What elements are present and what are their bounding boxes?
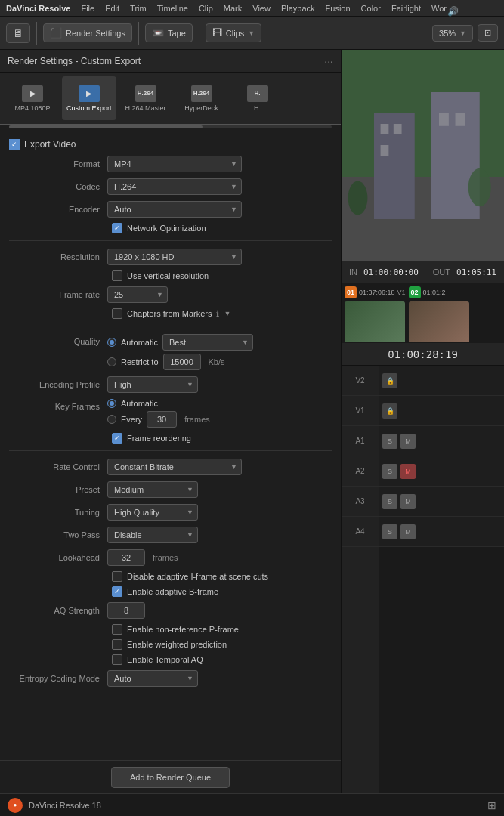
menu-item-wor[interactable]: Wor bbox=[431, 4, 447, 13]
clip-thumbnails-bar: 01 01:37:06:18 V1 H.264 High L4.2 02 bbox=[342, 283, 504, 343]
key-frames-auto-radio[interactable] bbox=[107, 399, 116, 408]
a2-s-btn[interactable]: S bbox=[382, 464, 397, 479]
menu-item-davinci[interactable]: DaVinci Resolve bbox=[6, 4, 70, 13]
zoom-fit-btn[interactable]: ⊡ bbox=[478, 24, 498, 42]
enable-adaptive-bframe-checkbox[interactable] bbox=[112, 586, 122, 597]
menu-item-playback[interactable]: Playback bbox=[281, 4, 315, 13]
a1-s-btn[interactable]: S bbox=[382, 434, 397, 449]
tab-label-mp4: MP4 1080P bbox=[14, 104, 50, 112]
quality-auto-radio[interactable] bbox=[107, 338, 116, 347]
tab-icon-hyper: H.264 bbox=[191, 85, 212, 102]
aq-strength-input[interactable]: 8 bbox=[107, 602, 145, 619]
two-pass-select[interactable]: Disable bbox=[107, 527, 198, 543]
format-select-wrap: MP4 ▼ bbox=[107, 156, 242, 172]
frame-rate-select[interactable]: 25 bbox=[107, 286, 168, 303]
quality-kb-input[interactable]: 15000 bbox=[163, 354, 201, 370]
clips-btn[interactable]: 🎞 Clips ▼ bbox=[206, 23, 261, 42]
resolution-select[interactable]: 1920 x 1080 HD bbox=[107, 249, 242, 265]
tab-h264-master[interactable]: H.264 H.264 Master bbox=[119, 76, 172, 120]
a1-m-btn[interactable]: M bbox=[400, 434, 416, 449]
weighted-prediction-label: Enable weighted prediction bbox=[127, 640, 227, 649]
v2-lock-btn[interactable]: 🔒 bbox=[382, 373, 397, 388]
clip-1-timecode: 01:37:06:18 bbox=[359, 289, 395, 296]
divider-2 bbox=[9, 326, 332, 326]
a4-m-btn[interactable]: M bbox=[400, 524, 416, 539]
quality-control: Automatic Best ▼ Restrict to 15000 bbox=[107, 334, 332, 370]
a4-s-btn[interactable]: S bbox=[382, 524, 397, 539]
weighted-prediction-checkbox[interactable] bbox=[112, 639, 122, 650]
lookahead-label: Lookahead bbox=[9, 553, 107, 562]
a2-m-btn[interactable]: M bbox=[400, 464, 416, 479]
menu-item-trim[interactable]: Trim bbox=[130, 4, 147, 13]
menu-item-color[interactable]: Color bbox=[361, 4, 381, 13]
export-video-checkbox[interactable] bbox=[9, 139, 20, 150]
chapters-checkbox[interactable] bbox=[112, 308, 122, 319]
tuning-control: High Quality ▼ bbox=[107, 504, 332, 521]
network-opt-checkbox[interactable] bbox=[112, 223, 122, 233]
track-row-a1: S M bbox=[379, 426, 504, 456]
a3-m-btn[interactable]: M bbox=[400, 494, 416, 509]
preset-label: Preset bbox=[9, 485, 107, 494]
key-frames-every-row: Every 30 frames bbox=[107, 411, 332, 428]
tuning-select[interactable]: High Quality bbox=[107, 504, 198, 521]
clip-thumb-2[interactable]: H.264 High L bbox=[409, 301, 469, 343]
key-frames-every-input[interactable]: 30 bbox=[147, 411, 177, 428]
settings-scroll-area[interactable]: Export Video Format MP4 ▼ Codec bbox=[0, 130, 341, 760]
format-select[interactable]: MP4 bbox=[107, 156, 242, 172]
tape-label: Tape bbox=[168, 29, 186, 38]
panel-more-btn[interactable]: ··· bbox=[324, 55, 333, 67]
toolbar-sep-2 bbox=[138, 22, 139, 45]
menu-item-view[interactable]: View bbox=[252, 4, 271, 13]
codec-select[interactable]: H.264 bbox=[107, 178, 242, 195]
tab-hyperdeck[interactable]: H.264 HyperDeck bbox=[175, 76, 228, 120]
encoding-profile-select[interactable]: High bbox=[107, 376, 198, 393]
render-settings-btn[interactable]: ⬛ Render Settings bbox=[43, 23, 132, 42]
chapters-dropdown-icon[interactable]: ▼ bbox=[224, 310, 230, 317]
tab-h264-extra[interactable]: H. H. bbox=[231, 76, 284, 120]
tab-custom-export[interactable]: ▶ Custom Export bbox=[62, 76, 116, 120]
preset-select[interactable]: Medium bbox=[107, 481, 198, 498]
quality-restrict-label: Restrict to bbox=[121, 357, 159, 366]
quality-restrict-radio[interactable] bbox=[107, 357, 116, 366]
rate-control-select-wrap: Constant Bitrate ▼ bbox=[107, 459, 242, 475]
quality-best-select[interactable]: Best bbox=[162, 334, 253, 351]
menu-item-file[interactable]: File bbox=[81, 4, 94, 13]
frame-reordering-row: Frame reordering bbox=[0, 431, 341, 446]
v1-lock-btn[interactable]: 🔒 bbox=[382, 403, 397, 419]
temporal-aq-checkbox[interactable] bbox=[112, 654, 122, 665]
encoder-select-wrap: Auto ▼ bbox=[107, 201, 242, 218]
preview-svg bbox=[342, 50, 504, 261]
key-frames-auto-row: Automatic bbox=[107, 399, 332, 408]
rate-control-select[interactable]: Constant Bitrate bbox=[107, 459, 242, 475]
key-frames-every-radio[interactable] bbox=[107, 415, 116, 424]
use-vertical-checkbox[interactable] bbox=[112, 270, 122, 281]
encoder-select[interactable]: Auto bbox=[107, 201, 242, 218]
disable-adaptive-iframe-checkbox[interactable] bbox=[112, 571, 122, 582]
aq-strength-control: 8 bbox=[107, 602, 332, 619]
key-frames-row: Key Frames Automatic Every 30 frames bbox=[0, 396, 341, 431]
menu-item-edit[interactable]: Edit bbox=[105, 4, 119, 13]
a3-s-btn[interactable]: S bbox=[382, 494, 397, 509]
key-frames-unit: frames bbox=[184, 415, 210, 424]
entropy-select[interactable]: Auto bbox=[107, 670, 198, 687]
svg-rect-6 bbox=[381, 145, 389, 156]
tab-mp4-1080p[interactable]: ▶ MP4 1080P bbox=[6, 76, 59, 120]
timeline-tracks: V2 V1 A1 A2 A3 A4 bbox=[342, 366, 504, 793]
chapters-info-icon: ℹ bbox=[216, 309, 219, 319]
menu-item-clip[interactable]: Clip bbox=[199, 4, 213, 13]
non-ref-pframe-checkbox[interactable] bbox=[112, 624, 122, 635]
codec-label: Codec bbox=[9, 182, 107, 191]
add-to-queue-button[interactable]: Add to Render Queue bbox=[111, 767, 230, 788]
zoom-control[interactable]: 35% ▼ bbox=[432, 25, 473, 42]
lookahead-input[interactable]: 32 bbox=[107, 549, 145, 566]
grid-icon[interactable]: ⊞ bbox=[487, 799, 496, 811]
frame-reordering-checkbox[interactable] bbox=[112, 433, 122, 444]
monitor-btn[interactable]: 🖥 bbox=[6, 23, 30, 43]
volume-icon[interactable]: 🔊 bbox=[447, 6, 459, 17]
clip-thumb-1[interactable]: H.264 High L4.2 bbox=[345, 301, 405, 343]
menu-item-fairlight[interactable]: Fairlight bbox=[391, 4, 421, 13]
menu-item-mark[interactable]: Mark bbox=[224, 4, 242, 13]
menu-item-fusion[interactable]: Fusion bbox=[326, 4, 351, 13]
menu-item-timeline[interactable]: Timeline bbox=[157, 4, 188, 13]
tape-btn[interactable]: 📼 Tape bbox=[145, 23, 193, 42]
